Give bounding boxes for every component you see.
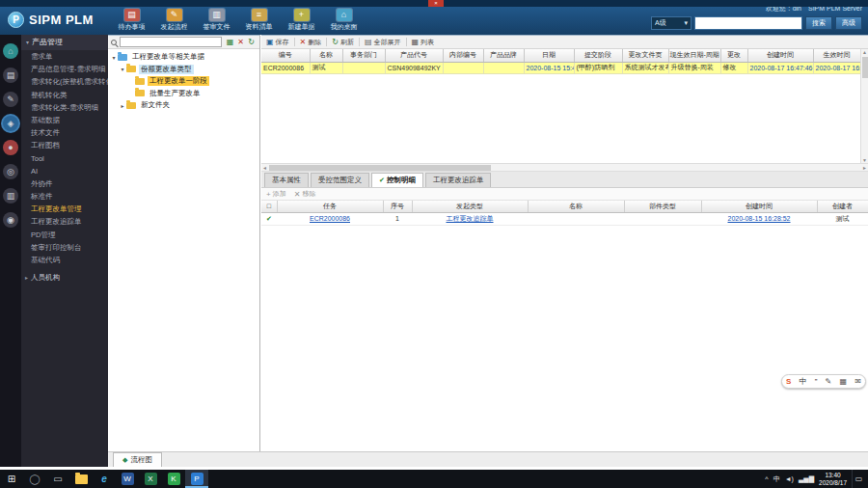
column-header[interactable]: 事务部门 bbox=[342, 49, 385, 62]
refresh-icon[interactable]: ↻ bbox=[246, 38, 257, 46]
column-header[interactable]: 部件类型 bbox=[624, 201, 701, 212]
sidebar-item[interactable]: AI bbox=[21, 165, 108, 177]
sidebar-item[interactable]: 技术文件 bbox=[21, 126, 108, 139]
punctuation-icon[interactable]: ” bbox=[815, 374, 818, 389]
sidebar-item[interactable]: 基础数据 bbox=[21, 114, 108, 126]
sidebar-item[interactable]: PD管理 bbox=[21, 229, 108, 241]
sidebar-item[interactable]: 需求单 bbox=[21, 50, 108, 63]
network-icon[interactable]: ▃▅▇ bbox=[799, 475, 814, 483]
review-doc-button[interactable]: ▥签审文件 bbox=[199, 9, 234, 32]
scroll-right-icon[interactable]: ► bbox=[862, 165, 867, 171]
sidebar-item-org[interactable]: ▸人员机构 bbox=[21, 273, 108, 283]
rail-home-button[interactable]: ⌂ bbox=[3, 43, 18, 59]
start-button[interactable]: ⊞ bbox=[0, 470, 23, 488]
tree-node[interactable]: 工程更改单一阶段 bbox=[108, 75, 259, 88]
sidebar-header[interactable]: ▾产品管理 bbox=[21, 35, 108, 50]
column-header[interactable]: 更改文件页 bbox=[622, 49, 668, 62]
remove-button[interactable]: ✕移除 bbox=[294, 189, 316, 199]
tree-node[interactable]: 批量生产更改单 bbox=[108, 88, 259, 100]
task-view-button[interactable]: ▭ bbox=[46, 470, 69, 488]
rail-products-button[interactable]: ◈ bbox=[3, 116, 18, 131]
tree-node[interactable]: ▸新文件夹 bbox=[108, 99, 259, 112]
column-header[interactable]: 名称 bbox=[310, 49, 342, 62]
scroll-thumb[interactable] bbox=[862, 57, 868, 78]
tab-0[interactable]: 基本属性 bbox=[264, 173, 309, 187]
refresh-button[interactable]: ↻刷新 bbox=[332, 38, 354, 47]
rail-user-button[interactable]: ◉ bbox=[3, 212, 18, 228]
sidebar-item[interactable]: 工程更改追踪单 bbox=[21, 215, 108, 228]
sidebar-item[interactable]: 整机转化类 bbox=[21, 89, 108, 101]
grid-cell[interactable]: 工程更改追踪单 bbox=[412, 212, 528, 225]
tab-2[interactable]: ✔控制明细 bbox=[371, 173, 423, 187]
plm-app-button[interactable]: P bbox=[185, 470, 208, 488]
tree-expand-icon[interactable]: ▾ bbox=[110, 54, 118, 61]
column-header[interactable]: 名称 bbox=[528, 201, 624, 212]
sidebar-item[interactable]: 工程图档 bbox=[21, 139, 108, 151]
horizontal-scrollbar[interactable]: ◄ ► bbox=[261, 163, 868, 172]
my-desktop-button[interactable]: ⌂我的桌面 bbox=[326, 9, 362, 32]
scroll-up-icon[interactable]: ▲ bbox=[862, 49, 867, 55]
delete-icon[interactable]: ✕ bbox=[235, 38, 246, 46]
material-list-button[interactable]: ≡资料清单 bbox=[241, 9, 277, 32]
column-header[interactable]: 日期 bbox=[524, 49, 574, 62]
word-button[interactable]: W bbox=[116, 470, 139, 488]
expand-all-button[interactable]: ▤全部展开 bbox=[365, 38, 401, 47]
action-center-button[interactable]: ▭ bbox=[852, 470, 865, 488]
rail-tasks-button[interactable]: ● bbox=[3, 140, 18, 155]
column-header[interactable]: 编号 bbox=[261, 49, 310, 62]
taskbar-clock[interactable]: 13:40 2020/8/17 bbox=[819, 472, 847, 487]
select-all-checkbox[interactable]: □ bbox=[261, 201, 277, 212]
tree-expand-icon[interactable]: ▾ bbox=[119, 66, 126, 72]
excel-button[interactable]: X bbox=[139, 470, 162, 488]
rail-search-button[interactable]: ◎ bbox=[3, 164, 18, 179]
column-header[interactable]: 产品品牌 bbox=[483, 49, 524, 62]
sidebar-item[interactable]: 需求转化类-需求明细 bbox=[21, 101, 108, 114]
ime-lang-indicator[interactable]: 中 bbox=[773, 474, 780, 484]
list-view-button[interactable]: ▦列表 bbox=[412, 38, 435, 47]
column-header[interactable]: 产品代号 bbox=[385, 49, 443, 62]
sidebar-item[interactable]: 产品信息管理-需求明细 bbox=[21, 63, 108, 75]
sidebar-item[interactable]: 基础代码 bbox=[21, 254, 108, 266]
sidebar-item[interactable]: 需求转化(按整机需求转化) bbox=[21, 75, 108, 88]
rail-edit-button[interactable]: ✎ bbox=[3, 92, 18, 107]
todo-button[interactable]: ▤待办事项 bbox=[114, 9, 149, 32]
column-header[interactable]: 内部编号 bbox=[443, 49, 483, 62]
column-header[interactable]: 现生效日期-周期 bbox=[668, 49, 720, 62]
search-button[interactable]: 搜索 bbox=[805, 16, 832, 30]
advanced-search-button[interactable]: 高级 bbox=[835, 16, 862, 30]
column-header[interactable]: 创建时间 bbox=[747, 49, 813, 62]
start-flow-button[interactable]: ✎发起流程 bbox=[156, 9, 192, 32]
scroll-thumb[interactable] bbox=[269, 165, 491, 171]
tree-search-input[interactable] bbox=[120, 37, 222, 47]
tree-expand-icon[interactable]: ▸ bbox=[119, 102, 126, 109]
chinese-mode-icon[interactable]: 中 bbox=[800, 374, 807, 389]
delete-button[interactable]: ✕删除 bbox=[300, 38, 322, 47]
add-button[interactable]: +添加 bbox=[266, 189, 286, 199]
column-header[interactable]: 生效时间 bbox=[813, 49, 860, 62]
edge-button[interactable]: e bbox=[93, 470, 116, 488]
rail-library-button[interactable]: ▥ bbox=[3, 188, 18, 203]
pen-icon[interactable]: ✎ bbox=[826, 374, 832, 389]
sogou-logo-icon[interactable]: S bbox=[786, 374, 791, 389]
volume-icon[interactable]: ◄) bbox=[785, 475, 794, 482]
tree-node[interactable]: ▾工程更改单等相关单据 bbox=[108, 51, 259, 64]
search-scope-select[interactable]: A级 ▾ bbox=[651, 16, 692, 30]
window-close-button[interactable]: × bbox=[428, 0, 444, 7]
tab-flowchart[interactable]: ◆流程图 bbox=[113, 452, 162, 467]
column-header[interactable]: 序号 bbox=[383, 201, 412, 212]
rail-dashboard-button[interactable]: ▤ bbox=[3, 68, 18, 83]
column-header[interactable]: 任务 bbox=[277, 201, 383, 212]
global-search-input[interactable] bbox=[694, 16, 802, 30]
column-header[interactable]: 更改 bbox=[720, 49, 747, 62]
row-check-icon[interactable]: ✔ bbox=[261, 212, 277, 225]
tree-node[interactable]: ▾份额更改单类型 bbox=[108, 64, 259, 76]
sidebar-item[interactable]: 工程更改单管理 bbox=[21, 203, 108, 215]
table-row[interactable]: ✔ECR20000861工程更改追踪单2020-08-15 16:28:52测试 bbox=[261, 212, 868, 225]
expand-all-icon[interactable]: ▦ bbox=[225, 38, 235, 46]
keyboard-icon[interactable]: ▦ bbox=[839, 374, 847, 389]
tab-1[interactable]: 受控范围定义 bbox=[311, 173, 369, 187]
vertical-scrollbar[interactable]: ▲ ▼ bbox=[860, 49, 868, 163]
tray-expand-icon[interactable]: ^ bbox=[765, 475, 768, 482]
new-doc-button[interactable]: +新建单据 bbox=[284, 9, 319, 32]
grid-cell[interactable]: 2020-08-15 16:28:52 bbox=[701, 212, 817, 225]
